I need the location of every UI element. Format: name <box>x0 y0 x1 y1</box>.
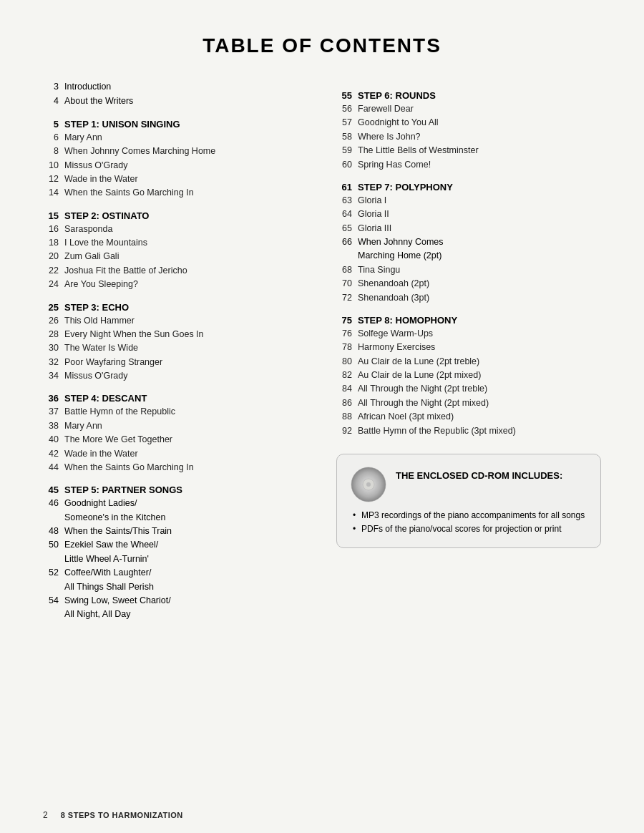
intro-item-2: 4 About the Writers <box>43 94 308 108</box>
footer: 2 8 STEPS TO HARMONIZATION <box>43 810 601 820</box>
page-title: TABLE OF CONTENTS <box>43 34 601 57</box>
list-item: 37Battle Hymn of the Republic <box>43 405 308 419</box>
list-item: 64Gloria II <box>336 208 601 221</box>
list-item: 8When Johnny Comes Marching Home <box>43 145 308 158</box>
section-step3: 25 STEP 3: ECHO 26This Old Hammer 28Ever… <box>43 302 308 384</box>
list-item: 72Shenandoah (3pt) <box>336 291 601 305</box>
list-item: PDFs of the piano/vocal scores for proje… <box>353 522 587 536</box>
list-item: 42Wade in the Water <box>43 447 308 461</box>
section-step7: 61 STEP 7: POLYPHONY 63Gloria I 64Gloria… <box>336 182 601 305</box>
list-item: 76Solfege Warm-Ups <box>336 327 601 341</box>
left-column: 3 Introduction 4 About the Writers 5 STE… <box>43 80 308 622</box>
list-item: 57Goodnight to You All <box>336 116 601 130</box>
section-step5: 45 STEP 5: PARTNER SONGS 46 Goodnight La… <box>43 484 308 621</box>
page: TABLE OF CONTENTS 3 Introduction 4 About… <box>0 0 644 833</box>
list-item: 82Au Clair de la Lune (2pt mixed) <box>336 369 601 382</box>
list-item: 66 When Johnny Comes Marching Home (2pt) <box>336 235 601 263</box>
cd-icon <box>350 466 387 503</box>
list-item: 68Tina Singu <box>336 263 601 277</box>
section-step1: 5 STEP 1: UNISON SINGING 6Mary Ann 8When… <box>43 119 308 200</box>
list-item: 86All Through the Night (2pt mixed) <box>336 396 601 410</box>
footer-page-number: 2 <box>43 810 48 820</box>
list-item: 28Every Night When the Sun Goes In <box>43 328 308 341</box>
list-item: 78Harmony Exercises <box>336 341 601 354</box>
footer-book-title: 8 STEPS TO HARMONIZATION <box>61 811 183 819</box>
list-item: 50 Ezekiel Saw the Wheel/ Little Wheel A… <box>43 538 308 566</box>
list-item: 70Shenandoah (2pt) <box>336 277 601 291</box>
section-step2: 15 STEP 2: OSTINATO 16Sarasponda 18I Lov… <box>43 210 308 292</box>
list-item: 22Joshua Fit the Battle of Jericho <box>43 264 308 278</box>
list-item: MP3 recordings of the piano accompanimen… <box>353 509 587 522</box>
list-item: 58Where Is John? <box>336 130 601 144</box>
svg-point-2 <box>366 482 371 487</box>
list-item: 38Mary Ann <box>43 419 308 433</box>
list-item: 18I Love the Mountains <box>43 236 308 250</box>
list-item: 48 When the Saints/This Train <box>43 525 308 538</box>
section-step6: 55 STEP 6: ROUNDS 56Farewell Dear 57Good… <box>336 90 601 172</box>
list-item: 16Sarasponda <box>43 223 308 236</box>
list-item: 56Farewell Dear <box>336 102 601 116</box>
list-item: 6Mary Ann <box>43 131 308 145</box>
list-item: 30The Water Is Wide <box>43 341 308 355</box>
list-item: 80Au Clair de la Lune (2pt treble) <box>336 355 601 369</box>
list-item: 54 Swing Low, Sweet Chariot/ All Night, … <box>43 594 308 622</box>
cd-rom-box: THE ENCLOSED CD-ROM INCLUDES: MP3 record… <box>336 454 601 548</box>
list-item: 24Are You Sleeping? <box>43 278 308 291</box>
cd-box-title: THE ENCLOSED CD-ROM INCLUDES: <box>396 470 562 481</box>
list-item: 26This Old Hammer <box>43 314 308 328</box>
list-item: 40The More We Get Together <box>43 433 308 447</box>
right-column: 55 STEP 6: ROUNDS 56Farewell Dear 57Good… <box>336 80 601 622</box>
list-item: 10Missus O'Grady <box>43 159 308 172</box>
list-item: 32Poor Wayfaring Stranger <box>43 356 308 369</box>
list-item: 44When the Saints Go Marching In <box>43 461 308 474</box>
section-step8: 75 STEP 8: HOMOPHONY 76Solfege Warm-Ups … <box>336 315 601 438</box>
list-item: 60Spring Has Come! <box>336 158 601 172</box>
list-item: 84All Through the Night (2pt treble) <box>336 382 601 396</box>
list-item: 34Missus O'Grady <box>43 369 308 383</box>
list-item: 52 Coffee/With Laughter/ All Things Shal… <box>43 566 308 594</box>
list-item: 12Wade in the Water <box>43 172 308 186</box>
section-step4: 36 STEP 4: DESCANT 37Battle Hymn of the … <box>43 393 308 474</box>
list-item: 46 Goodnight Ladies/ Someone's in the Ki… <box>43 497 308 525</box>
list-item: 92Battle Hymn of the Republic (3pt mixed… <box>336 424 601 438</box>
toc-columns: 3 Introduction 4 About the Writers 5 STE… <box>43 80 601 622</box>
list-item: 88African Noel (3pt mixed) <box>336 410 601 424</box>
list-item: 59The Little Bells of Westminster <box>336 144 601 157</box>
list-item: 14When the Saints Go Marching In <box>43 186 308 200</box>
list-item: 20Zum Gali Gali <box>43 250 308 263</box>
intro-item-1: 3 Introduction <box>43 80 308 94</box>
list-item: 65Gloria III <box>336 222 601 235</box>
cd-box-list: MP3 recordings of the piano accompanimen… <box>350 509 587 536</box>
intro-section: 3 Introduction 4 About the Writers <box>43 80 308 109</box>
list-item: 63Gloria I <box>336 194 601 208</box>
